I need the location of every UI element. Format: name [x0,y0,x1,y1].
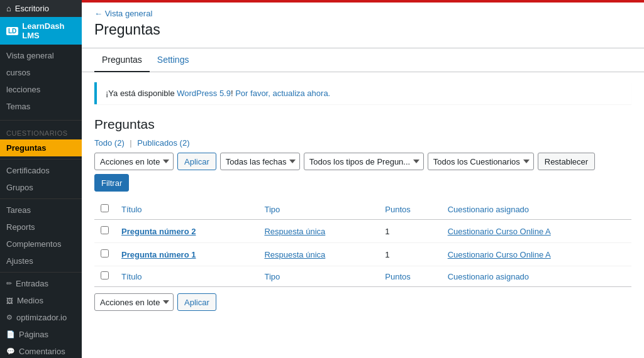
row2-tipo-cell: Respuesta única [258,243,379,266]
sidebar-escritorio-label: Escritorio [15,4,49,13]
preguntas-label: Preguntas [6,143,47,153]
row2-cuestionario-link[interactable]: Cuestionario Curso Online A [448,250,551,259]
row1-checkbox[interactable] [101,226,109,234]
tfoot-puntos: Puntos [379,266,441,287]
row1-title-cell: Pregunta número 2 [115,220,258,243]
tfoot-checkbox [94,266,115,287]
divider-2 [0,159,82,160]
main-area: Vista general Preguntas Preguntas Settin… [82,0,644,358]
bulk-actions-select-top[interactable]: Acciones en lote Eliminar [94,153,174,170]
filter-row-bottom: Acciones en lote Eliminar Aplicar [94,293,631,311]
cuestionarios-select[interactable]: Todos los Cuestionarios [428,153,534,170]
complementos-label: Complementos [6,239,61,249]
th-checkbox [94,199,115,220]
optimizador-label: optimizador.io [16,313,67,322]
row2-checkbox[interactable] [101,249,109,258]
restablecer-button[interactable]: Restablecer [538,153,595,170]
cursos-label: cursos [6,68,30,77]
tab-settings[interactable]: Settings [150,48,197,72]
row1-cuestionario-link[interactable]: Cuestionario Curso Online A [448,227,551,236]
row2-title-link[interactable]: Pregunta número 1 [121,250,196,259]
row1-puntos-cell: 1 [379,220,441,243]
sidebar-item-lecciones[interactable]: lecciones [0,81,82,98]
sidebar-item-complementos[interactable]: Complementos [0,236,82,252]
vista-general-label: Vista general [6,51,54,60]
lecciones-label: lecciones [6,85,40,94]
row1-title-link[interactable]: Pregunta número 2 [121,227,196,236]
sidebar-item-reports[interactable]: Reports [0,219,82,236]
tfoot-cuestionario: Cuestionario asignado [441,266,631,287]
sidebar-item-cursos[interactable]: cursos [0,64,82,81]
comentarios-label: Comentarios [19,347,65,356]
notice-link-wordpress[interactable]: WordPress 5.9 [177,89,231,98]
row2-cuestionario-cell: Cuestionario Curso Online A [441,243,631,266]
paginas-label: Páginas [19,330,48,339]
select-all-footer-checkbox[interactable] [101,271,109,279]
row2-tipo-link[interactable]: Respuesta única [264,250,325,259]
types-select[interactable]: Todos los tipos de Pregun... [304,153,424,170]
table-footer-row: Título Tipo Puntos Cuestionario asignado [94,266,631,287]
row1-tipo-cell: Respuesta única [258,220,379,243]
filtrar-button[interactable]: Filtrar [94,174,129,192]
temas-label: Temas [6,102,30,111]
filter-row-top: Acciones en lote Eliminar Aplicar Todas … [94,153,631,192]
learndash-icon: LD [6,27,18,35]
table-row: Pregunta número 1 Respuesta única 1 Cues… [94,243,631,266]
row1-checkbox-cell [94,220,115,243]
tabs-bar: Preguntas Settings [82,48,644,72]
comentarios-icon: 💬 [6,347,15,355]
content-area: Vista general Preguntas Preguntas Settin… [82,3,644,358]
sidebar-item-temas[interactable]: Temas [0,98,82,115]
sidebar-item-certificados[interactable]: Certificados [0,162,82,179]
notice-text-before: ¡Ya está disponible [106,89,177,98]
sidebar-item-preguntas[interactable]: Preguntas [0,139,82,156]
filter-link-todo[interactable]: Todo (2) [94,138,125,148]
row2-checkbox-cell [94,243,115,266]
sidebar-item-ajustes[interactable]: Ajustes [0,252,82,269]
sidebar-item-comentarios[interactable]: 💬 Comentarios [0,343,82,358]
sidebar-item-entradas[interactable]: ✏ Entradas [0,275,82,292]
page-title: Preguntas [82,18,644,48]
th-tipo: Tipo [258,199,379,220]
tfoot-tipo: Tipo [258,266,379,287]
reports-label: Reports [6,222,35,232]
questions-table: Título Tipo Puntos Cuestionario asignado [94,199,631,287]
tab-preguntas[interactable]: Preguntas [94,48,150,72]
apply-button-bottom[interactable]: Aplicar [177,293,216,311]
cuestionarios-group-label: Cuestionarios [0,123,82,139]
sidebar-item-tareas[interactable]: Tareas [0,202,82,219]
sidebar-item-paginas[interactable]: 📄 Páginas [0,326,82,343]
tareas-label: Tareas [6,205,31,215]
section-title: Preguntas [94,117,631,132]
th-cuestionario: Cuestionario asignado [441,199,631,220]
divider-1 [0,120,82,121]
divider-4 [0,272,82,273]
th-puntos: Puntos [379,199,441,220]
sidebar-item-optimizador[interactable]: ⚙ optimizador.io [0,309,82,326]
ajustes-label: Ajustes [6,256,33,266]
sidebar: ⌂ Escritorio LD LearnDash LMS Vista gene… [0,0,82,358]
inner-content: ¡Ya está disponible WordPress 5.9! Por f… [82,72,644,321]
sidebar-item-grupos[interactable]: Grupos [0,179,82,196]
tfoot-titulo: Título [115,266,258,287]
th-titulo: Título [115,199,258,220]
filter-sep: | [130,138,131,148]
row2-puntos-cell: 1 [379,243,441,266]
select-all-checkbox[interactable] [101,204,109,212]
dates-select[interactable]: Todas las fechas [220,153,300,170]
home-icon: ⌂ [6,4,11,13]
sidebar-item-medios[interactable]: 🖼 Medios [0,292,82,309]
plugin-name-label: LearnDash LMS [22,21,75,40]
sidebar-item-vista-general[interactable]: Vista general [0,47,82,64]
row1-tipo-link[interactable]: Respuesta única [264,227,325,236]
back-link[interactable]: Vista general [82,3,644,18]
row2-title-cell: Pregunta número 1 [115,243,258,266]
entradas-icon: ✏ [6,279,12,288]
table-header-row: Título Tipo Puntos Cuestionario asignado [94,199,631,220]
notice-link-update[interactable]: Por favor, actualiza ahora. [235,89,330,98]
filter-link-publicados[interactable]: Publicados (2) [137,138,189,148]
sidebar-plugin-header[interactable]: LD LearnDash LMS [0,17,82,45]
sidebar-item-escritorio[interactable]: ⌂ Escritorio [0,0,82,17]
bulk-actions-select-bottom[interactable]: Acciones en lote Eliminar [94,293,174,311]
apply-button-top[interactable]: Aplicar [177,153,216,170]
